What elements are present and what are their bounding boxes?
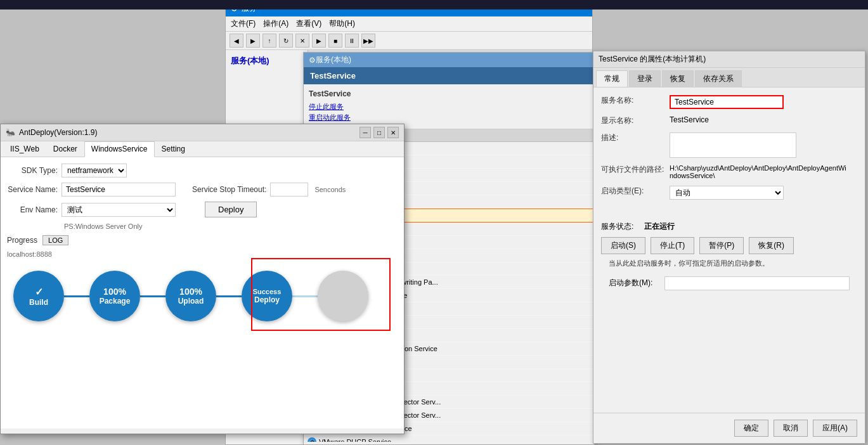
log-button[interactable]: LOG bbox=[42, 235, 68, 245]
start-button[interactable]: 启动(S) bbox=[601, 237, 645, 254]
play-btn[interactable]: ▶ bbox=[312, 34, 326, 48]
upload-step: 100% Upload bbox=[165, 271, 216, 321]
forward-btn[interactable]: ▶ bbox=[246, 34, 260, 48]
tab-general[interactable]: 常规 bbox=[596, 70, 628, 87]
antdeploy-title-text: 🐜 AntDeploy(Version:1.9) bbox=[6, 128, 97, 137]
build-step: ✓ Build bbox=[13, 271, 64, 321]
upload-pct: 100% bbox=[179, 287, 202, 297]
env-name-label: Env Name: bbox=[7, 205, 58, 214]
display-name-label: 显示名称: bbox=[601, 115, 664, 126]
up-btn[interactable]: ↑ bbox=[262, 34, 276, 48]
progress-row: Progress LOG bbox=[7, 235, 398, 245]
antdeploy-body: SDK Type: netframework netcore Service N… bbox=[1, 157, 404, 429]
connector-3 bbox=[216, 295, 242, 297]
sdk-type-select[interactable]: netframework netcore bbox=[62, 164, 127, 177]
stop-timeout-input[interactable] bbox=[270, 183, 308, 197]
resume-button[interactable]: 恢复(R) bbox=[749, 237, 794, 254]
connector-1 bbox=[64, 295, 89, 297]
list-item[interactable]: ⚙VMware DHCP Service bbox=[304, 435, 594, 442]
stop-btn[interactable]: ✕ bbox=[295, 34, 309, 48]
tab-iis-web[interactable]: IIS_Web bbox=[3, 141, 46, 157]
startup-type-select[interactable]: 自动 手动 禁用 bbox=[670, 186, 784, 200]
antdeploy-titlebar: 🐜 AntDeploy(Version:1.9) ─ □ ✕ bbox=[1, 124, 404, 141]
build-label: Build bbox=[29, 298, 48, 307]
back-btn[interactable]: ◀ bbox=[230, 34, 243, 48]
tab-setting[interactable]: Setting bbox=[155, 141, 192, 157]
stop-service-link[interactable]: 停止此服务 bbox=[309, 102, 589, 112]
sdk-type-label: SDK Type: bbox=[7, 166, 58, 175]
env-name-select[interactable]: 测试 bbox=[62, 203, 176, 217]
startup-param-input[interactable] bbox=[664, 276, 850, 290]
cancel-button[interactable]: 取消 bbox=[774, 420, 808, 437]
menu-file[interactable]: 文件(F) bbox=[231, 18, 256, 29]
tab-windows-service[interactable]: WindowsService bbox=[84, 141, 155, 157]
refresh-btn[interactable]: ↻ bbox=[279, 34, 293, 48]
stop-button[interactable]: 停止(T) bbox=[651, 237, 694, 254]
ok-button[interactable]: 确定 bbox=[734, 420, 768, 437]
tab-login[interactable]: 登录 bbox=[629, 70, 661, 87]
stop2-btn[interactable]: ■ bbox=[328, 34, 342, 48]
antdeploy-window-buttons: ─ □ ✕ bbox=[360, 127, 399, 138]
service-status-row: 服务状态: 正在运行 bbox=[601, 221, 857, 232]
properties-panel: TestService 的属性(本地计算机) 常规 登录 恢复 依存关系 服务名… bbox=[593, 51, 865, 444]
overlay-title-text: 服务(本地) bbox=[316, 55, 351, 65]
pause-button[interactable]: 暂停(P) bbox=[699, 237, 744, 254]
services-bg-toolbar: ◀ ▶ ↑ ↻ ✕ ▶ ■ ⏸ ▶▶ bbox=[226, 32, 592, 50]
startup-param-row: 启动参数(M): bbox=[601, 273, 857, 294]
deploy-step: Success Deploy bbox=[242, 271, 292, 321]
exec-path-row: 可执行文件的路径: H:\Csharp\yuzd\AntDeploy\AntDe… bbox=[601, 164, 857, 179]
svc-name-label: 服务名称: bbox=[601, 95, 664, 106]
exec-path-value: H:\Csharp\yuzd\AntDeploy\AntDeploy\AntDe… bbox=[670, 164, 847, 179]
status-action-buttons: 启动(S) 停止(T) 暂停(P) 恢复(R) bbox=[601, 237, 857, 254]
connector-2 bbox=[140, 295, 165, 297]
minimize-button[interactable]: ─ bbox=[360, 127, 371, 138]
description-label: 描述: bbox=[601, 132, 664, 143]
package-label: Package bbox=[100, 297, 131, 306]
upload-label: Upload bbox=[178, 297, 204, 306]
menu-view[interactable]: 查看(V) bbox=[296, 18, 321, 29]
properties-titlebar: TestService 的属性(本地计算机) bbox=[593, 51, 865, 68]
apply-button[interactable]: 应用(A) bbox=[813, 420, 857, 437]
overlay-service-detail: TestService 停止此服务 重启动此服务 bbox=[304, 84, 594, 129]
build-check: ✓ bbox=[35, 286, 43, 298]
restart-btn[interactable]: ▶▶ bbox=[361, 34, 375, 48]
status-value: 正在运行 bbox=[644, 221, 675, 232]
antdeploy-window: 🐜 AntDeploy(Version:1.9) ─ □ ✕ IIS_Web D… bbox=[0, 124, 405, 434]
service-name-row: Service Name: Service Stop Timeout: Senc… bbox=[7, 183, 398, 197]
pause-btn[interactable]: ⏸ bbox=[345, 34, 359, 48]
properties-body: 服务名称: 显示名称: TestService 描述: 可执行文件的路径: H:… bbox=[593, 87, 865, 214]
pipeline: ✓ Build 100% Package 100% Upload Success… bbox=[7, 264, 398, 328]
tab-docker[interactable]: Docker bbox=[46, 141, 84, 157]
service-name-label: Service Name: bbox=[7, 185, 58, 194]
svc-name-field[interactable] bbox=[670, 95, 784, 109]
startup-param-desc: 当从此处启动服务时，你可指定所适用的启动参数。 bbox=[601, 254, 857, 273]
maximize-button[interactable]: □ bbox=[373, 127, 385, 138]
close-button[interactable]: ✕ bbox=[387, 127, 399, 138]
env-name-row: Env Name: 测试 Deploy bbox=[7, 202, 398, 217]
deploy-pct: Success bbox=[253, 288, 282, 295]
display-name-prop-row: 显示名称: TestService bbox=[601, 115, 857, 126]
sdk-type-row: SDK Type: netframework netcore bbox=[7, 164, 398, 177]
ps-note-row: PS:Windows Server Only bbox=[7, 222, 398, 230]
status-section: 服务状态: 正在运行 启动(S) 停止(T) 暂停(P) 恢复(R) 当从此处启… bbox=[593, 216, 865, 299]
progress-label: Progress bbox=[7, 236, 37, 245]
menu-action[interactable]: 操作(A) bbox=[263, 18, 288, 29]
properties-footer: 确定 取消 应用(A) bbox=[593, 413, 865, 443]
service-name-input[interactable] bbox=[62, 183, 176, 197]
startup-param-label: 启动参数(M): bbox=[609, 278, 659, 288]
tab-recovery[interactable]: 恢复 bbox=[662, 70, 694, 87]
overlay-svc-name: TestService bbox=[309, 89, 589, 98]
service-name-prop-row: 服务名称: bbox=[601, 95, 857, 109]
tab-dependencies[interactable]: 依存关系 bbox=[695, 70, 742, 87]
antdeploy-tabs: IIS_Web Docker WindowsService Setting bbox=[1, 141, 404, 157]
restart-service-link[interactable]: 重启动此服务 bbox=[309, 113, 589, 122]
menu-help[interactable]: 帮助(H) bbox=[329, 18, 355, 29]
deploy-label: Deploy bbox=[254, 295, 280, 304]
senconds-label: Senconds bbox=[314, 186, 346, 193]
description-textarea[interactable] bbox=[670, 132, 796, 158]
services-bg-menubar[interactable]: 文件(F) 操作(A) 查看(V) 帮助(H) bbox=[226, 16, 592, 32]
deploy-button[interactable]: Deploy bbox=[205, 202, 257, 217]
package-pct: 100% bbox=[103, 287, 126, 297]
startup-type-row: 启动类型(E): 自动 手动 禁用 bbox=[601, 186, 857, 200]
overlay-service-name: TestService bbox=[304, 67, 594, 84]
